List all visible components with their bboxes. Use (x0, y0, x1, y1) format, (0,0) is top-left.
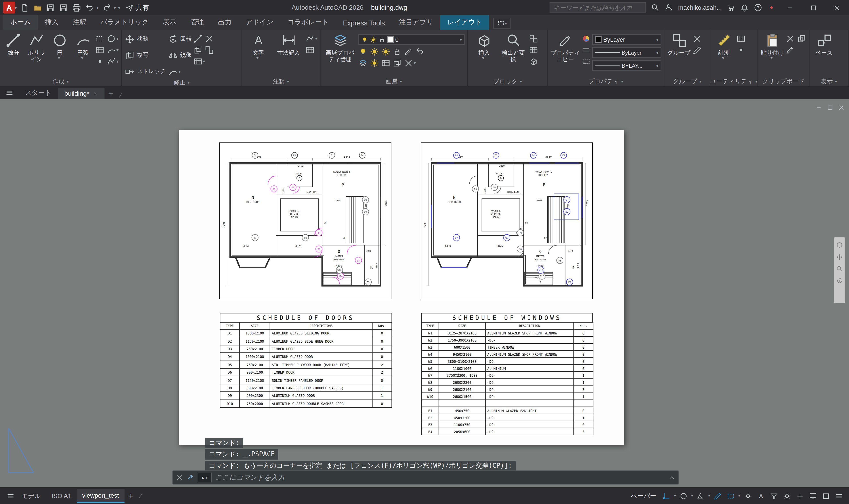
transparency-icon[interactable] (581, 57, 591, 66)
tab-output[interactable]: 出力 (211, 15, 238, 30)
offset-icon[interactable] (193, 46, 202, 55)
command-bar[interactable]: ▸▾ (172, 470, 679, 485)
draw-more-caret3[interactable]: ▾ (116, 59, 119, 64)
tab-featured-apps[interactable]: 注目アプリ (392, 15, 440, 30)
close-tab-icon[interactable] (93, 91, 98, 96)
open-file-icon[interactable] (33, 3, 42, 12)
panel-annotate-footer[interactable]: 注釈▾ (242, 77, 320, 86)
annotation-visibility-button[interactable] (755, 490, 767, 502)
navigation-bar[interactable] (834, 237, 845, 303)
layer-walk-icon[interactable] (358, 58, 368, 68)
circle-button[interactable]: 円▾ (49, 31, 71, 61)
detect-convert-button[interactable]: 検出と変換 (499, 31, 527, 62)
new-tab-button[interactable]: + (104, 88, 118, 99)
base-button[interactable]: ベース (812, 31, 836, 56)
command-input[interactable] (216, 474, 664, 481)
block-define-icon[interactable] (529, 57, 538, 66)
paper-space-button[interactable]: ペーパー (628, 492, 659, 500)
tab-home[interactable]: ホーム (3, 15, 38, 30)
stretch-button[interactable]: ストレッチ (125, 64, 166, 78)
osnap-tracking-button[interactable] (742, 490, 754, 502)
layer-delete-icon[interactable] (404, 58, 413, 68)
new-layout-button[interactable]: + (124, 490, 137, 501)
hatch-icon[interactable] (95, 46, 105, 55)
match-icon[interactable] (785, 46, 795, 55)
customize-button[interactable] (833, 490, 845, 502)
draw-more-caret1[interactable]: ▾ (116, 36, 119, 41)
panel-view-footer[interactable]: 表示▾ (809, 77, 848, 86)
clean-screen-button[interactable] (820, 490, 832, 502)
layer-lock-icon[interactable] (379, 36, 385, 43)
arc-button[interactable]: 円弧▾ (72, 31, 93, 61)
layer-merge-icon[interactable] (393, 58, 402, 68)
ellipse-icon[interactable] (107, 34, 116, 43)
rectangle-icon[interactable] (95, 34, 105, 43)
nav-pan-icon[interactable] (836, 253, 843, 260)
tab-layout[interactable]: レイアウト (440, 15, 489, 30)
snap-mode-button[interactable] (678, 490, 690, 502)
qat-customize-caret[interactable]: ▾ (118, 5, 120, 10)
nav-zoom-icon[interactable] (836, 265, 843, 272)
leader-caret[interactable]: ▾ (315, 36, 317, 41)
panel-draw-footer[interactable]: 作成▾ (0, 77, 121, 86)
selection-caret[interactable]: ▾ (738, 493, 740, 498)
command-prompt-box[interactable]: ▸▾ (198, 473, 212, 482)
measure-button[interactable]: 計測▾ (713, 31, 735, 61)
layer-match-icon[interactable] (404, 47, 413, 56)
group-edit-icon[interactable] (692, 46, 702, 55)
undo-icon[interactable] (85, 3, 94, 12)
floor-plan-viewport[interactable]: N BED ROOM TOILET O FAMILY ROOM & UTILIT… (219, 142, 392, 299)
panel-block-footer[interactable]: ブロック▾ (468, 77, 547, 86)
doc-restore-icon[interactable] (827, 105, 833, 111)
layer-unisolate-icon[interactable] (370, 58, 379, 68)
command-expand-icon[interactable] (668, 474, 675, 481)
panel-clipboard-footer[interactable]: クリップボード (758, 77, 809, 86)
model-tab[interactable]: モデル (16, 488, 46, 503)
tab-insert[interactable]: 挿入 (38, 15, 66, 30)
lineweight-combo[interactable]: ByLayer▾ (592, 47, 661, 58)
panel-utilities-footer[interactable]: ユーティリティ▾ (710, 77, 757, 86)
share-button[interactable]: 共有 (126, 3, 149, 12)
rotate-button[interactable]: 回転 (168, 32, 192, 46)
object-isolate-button[interactable] (794, 490, 806, 502)
ungroup-icon[interactable] (692, 34, 702, 43)
maximize-button[interactable] (804, 0, 823, 15)
text-button[interactable]: 文字▾ (245, 31, 272, 61)
text-caret[interactable]: ▾ (256, 56, 259, 61)
layer-on-icon[interactable] (361, 36, 368, 43)
tab-addins[interactable]: アドイン (238, 15, 281, 30)
arc-caret[interactable]: ▾ (81, 56, 83, 61)
copy-button[interactable]: 複写 (125, 48, 166, 62)
polar-caret[interactable]: ▾ (708, 493, 710, 498)
layer-lock-toggle-icon[interactable] (393, 47, 402, 56)
array-caret[interactable]: ▾ (203, 59, 205, 64)
quickcalc-icon[interactable] (737, 34, 746, 43)
save-as-icon[interactable] (59, 3, 68, 12)
tab-express-tools[interactable]: Express Tools (336, 17, 392, 30)
nav-wheel-icon[interactable] (836, 241, 843, 249)
annotation-scale-button[interactable] (768, 490, 780, 502)
search-icon[interactable] (651, 3, 660, 12)
layer-state-icon[interactable] (381, 58, 391, 68)
floor-plan-viewport[interactable]: N BED ROOM TOILET O FAMILY ROOM & UTILIT… (421, 142, 593, 299)
nav-orbit-icon[interactable] (836, 277, 843, 284)
measure-caret[interactable]: ▾ (722, 56, 724, 61)
layout-paper[interactable]: N BED ROOM TOILET O FAMILY ROOM & UTILIT… (179, 130, 625, 445)
layer-combo[interactable]: 0 ▾ (358, 34, 465, 45)
help-search[interactable] (550, 2, 646, 13)
group-button[interactable]: グループ (667, 31, 691, 56)
insert-button[interactable]: 挿入▾ (470, 31, 498, 61)
doc-minimize-icon[interactable] (815, 105, 822, 111)
trim-icon[interactable] (193, 34, 202, 43)
help-search-input[interactable] (554, 4, 643, 11)
layout-tab-iso-a1[interactable]: ISO A1 (46, 489, 77, 502)
linetype-combo[interactable]: BYLAY...▾ (592, 60, 661, 71)
file-tab-menu-button[interactable] (0, 87, 18, 99)
color-wheel-icon[interactable] (581, 34, 591, 43)
object-color-combo[interactable]: ByLayer▾ (592, 34, 661, 45)
osnap-button[interactable] (661, 490, 672, 502)
paste-caret[interactable]: ▾ (771, 56, 773, 61)
line-button[interactable]: 線分 (3, 31, 24, 56)
draw-more-caret2[interactable]: ▾ (116, 48, 119, 53)
workspace-button[interactable] (781, 490, 793, 502)
